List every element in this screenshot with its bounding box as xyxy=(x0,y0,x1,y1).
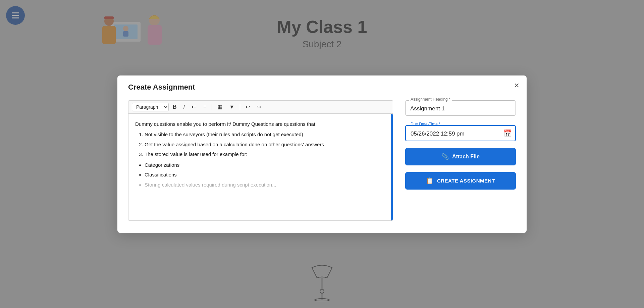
editor-panel: Paragraph Heading 1 Heading 2 B I •≡ ≡ xyxy=(128,100,393,221)
modal-close-button[interactable]: × xyxy=(514,81,519,90)
editor-bullet-list: Categorizations Classifications Storing … xyxy=(145,161,386,189)
assignment-icon: 📋 xyxy=(426,177,434,185)
list-item: Storing calculated values required durin… xyxy=(145,181,386,189)
assignment-heading-field: Assignment Heading * xyxy=(405,100,516,116)
modal-title: Create Assignment xyxy=(128,83,195,91)
attach-file-button[interactable]: 📎 Attach File xyxy=(405,148,516,165)
assignment-heading-input[interactable] xyxy=(405,100,516,116)
create-assignment-label: CREATE ASSIGNMENT xyxy=(437,178,495,184)
modal-overlay: Create Assignment × Paragraph Heading 1 … xyxy=(0,0,644,308)
table-button[interactable]: ▦ xyxy=(215,103,225,111)
right-panel: Assignment Heading * Due Date-Time * 📅 📎… xyxy=(405,86,516,221)
due-date-input-wrapper: 📅 xyxy=(405,125,516,141)
editor-ordered-list: Not visible to the surveyors (their rule… xyxy=(145,130,386,159)
paperclip-icon: 📎 xyxy=(441,153,449,160)
attach-file-label: Attach File xyxy=(452,154,480,160)
editor-content[interactable]: Dummy questions enable you to perform it… xyxy=(128,113,393,221)
list-item: Get the value assigned based on a calcul… xyxy=(145,140,386,149)
undo-button[interactable]: ↩ xyxy=(243,103,253,111)
create-assignment-button[interactable]: 📋 CREATE ASSIGNMENT xyxy=(405,172,516,190)
paragraph-select[interactable]: Paragraph Heading 1 Heading 2 xyxy=(132,103,169,111)
bullet-list-button[interactable]: •≡ xyxy=(189,103,199,111)
toolbar-divider xyxy=(212,104,212,110)
toolbar-divider-2 xyxy=(240,104,240,110)
redo-button[interactable]: ↪ xyxy=(254,103,264,111)
italic-button[interactable]: I xyxy=(181,103,187,111)
list-item: Classifications xyxy=(145,170,386,179)
due-date-input[interactable] xyxy=(405,125,516,141)
editor-toolbar: Paragraph Heading 1 Heading 2 B I •≡ ≡ xyxy=(128,100,393,113)
editor-intro: Dummy questions enable you to perform it… xyxy=(135,120,386,129)
create-assignment-modal: Create Assignment × Paragraph Heading 1 … xyxy=(117,75,527,233)
bold-button[interactable]: B xyxy=(170,103,179,111)
list-item: Categorizations xyxy=(145,161,386,169)
list-item: The stored Value is later used for examp… xyxy=(145,150,386,159)
due-date-field: Due Date-Time * 📅 xyxy=(405,125,516,141)
ordered-list-button[interactable]: ≡ xyxy=(201,103,209,111)
list-item: Not visible to the surveyors (their rule… xyxy=(145,130,386,139)
table-dropdown-button[interactable]: ▼ xyxy=(226,103,237,111)
